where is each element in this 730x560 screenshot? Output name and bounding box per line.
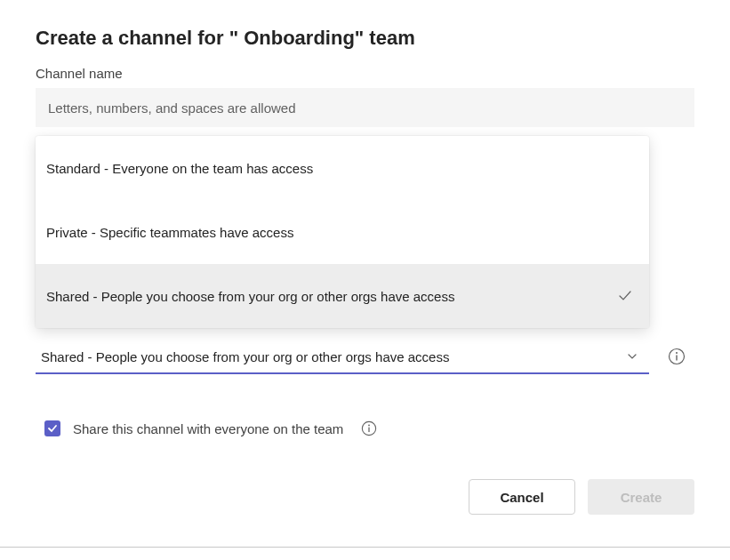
channel-type-option-shared[interactable]: Shared - People you choose from your org… — [36, 264, 649, 328]
channel-type-option-standard[interactable]: Standard - Everyone on the team has acce… — [36, 136, 649, 200]
dialog-button-row: Cancel Create — [36, 479, 694, 515]
create-button: Create — [588, 479, 694, 515]
button-label: Cancel — [500, 490, 543, 505]
dialog-title: Create a channel for " Onboarding" team — [36, 27, 694, 50]
channel-type-field: Shared - People you choose from your org… — [36, 340, 694, 374]
dropdown-selected-label: Shared - People you choose from your org… — [41, 349, 449, 364]
channel-type-dropdown-popup: Standard - Everyone on the team has acce… — [36, 136, 649, 328]
bottom-divider — [0, 547, 730, 548]
info-icon[interactable] — [668, 348, 686, 365]
button-label: Create — [621, 490, 662, 505]
option-label: Private - Specific teammates have access — [46, 225, 635, 240]
share-checkbox[interactable] — [44, 420, 60, 436]
channel-name-input[interactable] — [36, 88, 694, 127]
channel-type-dropdown[interactable]: Shared - People you choose from your org… — [36, 340, 649, 374]
checkmark-icon — [615, 286, 635, 306]
share-checkbox-label: Share this channel with everyone on the … — [73, 421, 343, 436]
cancel-button[interactable]: Cancel — [469, 479, 575, 515]
info-icon[interactable] — [361, 420, 377, 436]
channel-type-option-private[interactable]: Private - Specific teammates have access — [36, 200, 649, 264]
option-label: Standard - Everyone on the team has acce… — [46, 161, 635, 176]
share-checkbox-row: Share this channel with everyone on the … — [36, 420, 694, 436]
svg-rect-2 — [676, 356, 677, 361]
create-channel-dialog: Create a channel for " Onboarding" team … — [0, 0, 730, 532]
option-label: Shared - People you choose from your org… — [46, 289, 615, 304]
channel-name-label: Channel name — [36, 66, 694, 81]
svg-rect-5 — [369, 428, 370, 432]
chevron-down-icon — [626, 350, 638, 363]
svg-point-4 — [368, 425, 370, 427]
svg-point-1 — [676, 352, 678, 354]
